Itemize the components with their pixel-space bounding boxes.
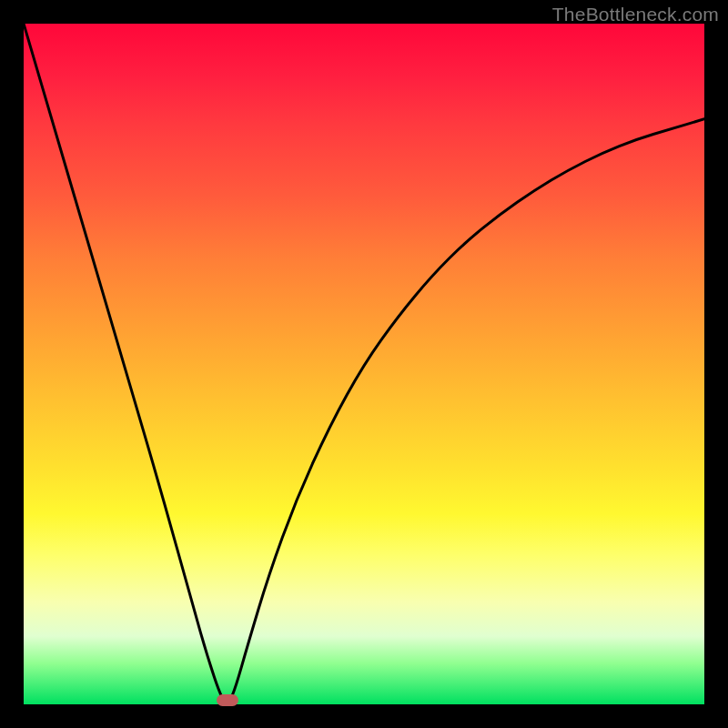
chart-frame: TheBottleneck.com (0, 0, 728, 728)
curve-svg (24, 24, 704, 704)
watermark-text: TheBottleneck.com (552, 4, 719, 25)
plot-area (24, 24, 704, 704)
minimum-marker (217, 694, 238, 706)
bottleneck-curve (24, 24, 704, 703)
